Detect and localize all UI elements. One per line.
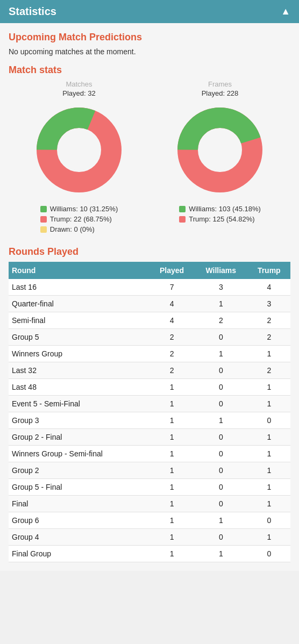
matches-donut-svg	[31, 102, 127, 198]
col-round: Round	[9, 262, 150, 279]
frames-williams-legend: Williams: 103 (45.18%)	[179, 205, 261, 213]
table-row: Final Group 1 1 0	[9, 546, 290, 562]
rounds-table: Round Played Williams Trump Last 16 7 3 …	[9, 262, 290, 562]
col-williams: Williams	[194, 262, 248, 279]
table-row: Group 3 1 1 0	[9, 412, 290, 429]
table-row: Last 48 1 0 1	[9, 379, 290, 396]
round-played: 1	[150, 446, 194, 462]
main-content: Upcoming Match Predictions No upcoming m…	[0, 23, 299, 571]
round-trump: 0	[248, 546, 290, 562]
round-played: 1	[150, 462, 194, 479]
frames-label: Frames	[208, 80, 232, 88]
round-name: Group 6	[9, 512, 150, 529]
round-name: Winners Group - Semi-final	[9, 446, 150, 462]
round-trump: 0	[248, 412, 290, 429]
frames-trump-legend: Trump: 125 (54.82%)	[179, 215, 261, 223]
williams-color-dot	[40, 206, 47, 212]
upcoming-title: Upcoming Match Predictions	[9, 32, 290, 43]
round-williams: 0	[194, 479, 248, 496]
round-williams: 3	[194, 279, 248, 296]
matches-label: Matches	[66, 80, 92, 88]
round-trump: 1	[248, 379, 290, 396]
round-name: Group 5	[9, 329, 150, 346]
no-matches-text: No upcoming matches at the moment.	[9, 47, 290, 56]
frames-chart: Frames Played: 228	[172, 80, 268, 225]
round-williams: 0	[194, 446, 248, 462]
table-row: Group 5 2 0 2	[9, 329, 290, 346]
round-trump: 1	[248, 479, 290, 496]
round-williams: 0	[194, 462, 248, 479]
table-row: Semi-final 4 2 2	[9, 312, 290, 329]
round-played: 2	[150, 362, 194, 379]
round-name: Group 4	[9, 529, 150, 546]
round-williams: 0	[194, 362, 248, 379]
match-stats-section: Match stats Matches Played: 32	[9, 65, 290, 235]
col-trump: Trump	[248, 262, 290, 279]
round-trump: 1	[248, 462, 290, 479]
round-name: Group 2 - Final	[9, 429, 150, 446]
round-name: Group 2	[9, 462, 150, 479]
table-row: Group 4 1 0 1	[9, 529, 290, 546]
round-name: Final Group	[9, 546, 150, 562]
frames-trump-dot	[179, 216, 186, 223]
round-williams: 1	[194, 296, 248, 312]
matches-chart: Matches Played: 32	[31, 80, 127, 235]
table-row: Final 1 0 1	[9, 496, 290, 512]
round-played: 1	[150, 396, 194, 412]
header: Statistics ▲	[0, 0, 299, 23]
table-row: Event 5 - Semi-Final 1 0 1	[9, 396, 290, 412]
frames-donut-wrapper	[172, 102, 268, 198]
frames-legend: Williams: 103 (45.18%) Trump: 125 (54.82…	[179, 205, 261, 225]
round-trump: 2	[248, 312, 290, 329]
round-name: Semi-final	[9, 312, 150, 329]
round-trump: 2	[248, 362, 290, 379]
round-played: 1	[150, 546, 194, 562]
round-name: Group 3	[9, 412, 150, 429]
drawn-color-dot	[40, 226, 47, 233]
chevron-up-icon[interactable]: ▲	[281, 6, 290, 17]
table-row: Winners Group - Semi-final 1 0 1	[9, 446, 290, 462]
round-name: Last 16	[9, 279, 150, 296]
round-played: 1	[150, 529, 194, 546]
round-williams: 0	[194, 496, 248, 512]
round-trump: 4	[248, 279, 290, 296]
round-name: Last 32	[9, 362, 150, 379]
round-played: 1	[150, 512, 194, 529]
table-row: Group 2 1 0 1	[9, 462, 290, 479]
round-williams: 1	[194, 512, 248, 529]
round-trump: 1	[248, 429, 290, 446]
round-played: 1	[150, 429, 194, 446]
table-row: Winners Group 2 1 1	[9, 346, 290, 362]
round-williams: 1	[194, 346, 248, 362]
table-header-row: Round Played Williams Trump	[9, 262, 290, 279]
frames-donut-hole	[200, 130, 240, 170]
frames-played: Played: 228	[202, 89, 239, 97]
rounds-title: Rounds Played	[9, 246, 290, 257]
round-williams: 0	[194, 379, 248, 396]
matches-played: Played: 32	[62, 89, 95, 97]
round-name: Final	[9, 496, 150, 512]
round-played: 1	[150, 379, 194, 396]
round-name: Last 48	[9, 379, 150, 396]
round-played: 7	[150, 279, 194, 296]
round-trump: 1	[248, 396, 290, 412]
matches-trump-text: Trump: 22 (68.75%)	[50, 215, 112, 223]
matches-legend: Williams: 10 (31.25%) Trump: 22 (68.75%)…	[40, 205, 118, 235]
round-trump: 1	[248, 446, 290, 462]
round-williams: 1	[194, 412, 248, 429]
charts-row: Matches Played: 32	[9, 80, 290, 235]
round-trump: 2	[248, 329, 290, 346]
frames-trump-text: Trump: 125 (54.82%)	[189, 215, 254, 223]
frames-williams-dot	[179, 206, 186, 212]
round-played: 4	[150, 312, 194, 329]
round-williams: 2	[194, 312, 248, 329]
round-played: 2	[150, 329, 194, 346]
matches-donut-wrapper	[31, 102, 127, 198]
col-played: Played	[150, 262, 194, 279]
upcoming-section: Upcoming Match Predictions No upcoming m…	[9, 32, 290, 56]
table-row: Group 2 - Final 1 0 1	[9, 429, 290, 446]
trump-color-dot	[40, 216, 47, 223]
round-trump: 1	[248, 529, 290, 546]
round-trump: 3	[248, 296, 290, 312]
round-name: Quarter-final	[9, 296, 150, 312]
